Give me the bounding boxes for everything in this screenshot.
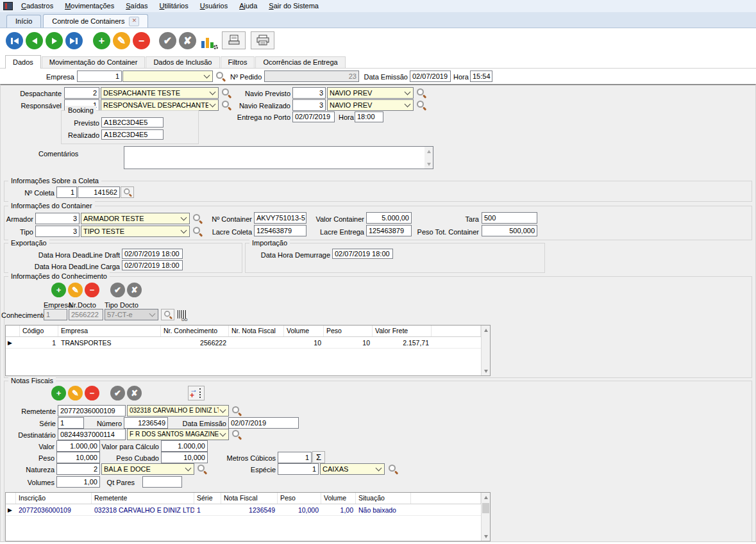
comentarios-scrollbar[interactable] — [424, 147, 433, 169]
col-volume[interactable]: Volume — [321, 493, 356, 504]
notas-grid-scrollbar[interactable] — [481, 493, 490, 541]
scroll-up-icon[interactable] — [482, 493, 490, 502]
tab-filtros[interactable]: Filtros — [221, 56, 255, 68]
menu-movimentacoes[interactable]: Movimentações — [59, 0, 120, 12]
valor-field[interactable]: 1.000,00 — [56, 440, 100, 452]
booking-previsto-field[interactable]: A1B2C3D4E5 — [101, 117, 164, 128]
data-emissao-field[interactable]: 02/07/2019 — [410, 70, 451, 82]
coleta-search-button[interactable] — [121, 186, 134, 198]
notas-cancel-button[interactable]: ✘ — [127, 386, 142, 400]
tab-dados-de-inclusao[interactable]: Dados de Inclusão — [146, 56, 219, 68]
delete-button[interactable]: − — [133, 32, 150, 49]
confirm-button[interactable]: ✔ — [159, 32, 176, 49]
despachante-combo[interactable]: DESPACHANTE TESTE — [101, 87, 219, 99]
empresa-combo[interactable] — [122, 70, 213, 82]
metros-cubicos-field[interactable]: 1 — [278, 452, 312, 463]
tara-field[interactable]: 500 — [482, 212, 537, 224]
col-volume[interactable]: Volume — [284, 326, 324, 336]
despachante-code-field[interactable]: 2 — [64, 87, 99, 99]
col-nr-conhecimento[interactable]: Nr. Conhecimento — [161, 326, 229, 336]
close-tab-icon[interactable]: ✕ — [129, 17, 139, 26]
hora-field[interactable]: 15:54 — [470, 70, 492, 82]
entrega-hora-field[interactable]: 18:00 — [355, 111, 383, 122]
notas-edit-button[interactable]: ✎ — [68, 386, 83, 400]
natureza-search-icon[interactable] — [197, 464, 207, 474]
print-button[interactable] — [251, 31, 274, 49]
last-record-button[interactable] — [65, 32, 83, 49]
lacre-entrega-field[interactable]: 125463879 — [366, 225, 412, 236]
sigma-button[interactable]: Σ — [312, 451, 325, 463]
responsavel-search-icon[interactable] — [221, 100, 231, 110]
menu-cadastros[interactable]: Cadastros — [15, 0, 59, 12]
deadline-draft-field[interactable]: 02/07/2019 18:00 — [122, 249, 183, 259]
notas-add-button[interactable]: + — [51, 386, 66, 400]
demurrage-field[interactable]: 02/07/2019 18:00 — [332, 249, 393, 259]
tipo-code-field[interactable]: 3 — [35, 226, 80, 237]
natureza-code-field[interactable]: 2 — [56, 463, 100, 475]
navio-previsto-combo[interactable]: NAVIO PREV — [327, 87, 414, 99]
conhecimento-grid-scrollbar[interactable] — [481, 326, 490, 375]
col-nr-nota-fiscal[interactable]: Nr. Nota Fiscal — [229, 326, 284, 336]
booking-realizado-field[interactable]: A1B2C3D4E5 — [101, 129, 164, 140]
conhecimento-search-button[interactable] — [161, 309, 174, 320]
navio-previsto-search-icon[interactable] — [416, 88, 426, 98]
scroll-up-icon[interactable] — [424, 147, 433, 156]
destinatario-combo[interactable]: F R DOS SANTOS MAGAZINE - COSMOPC — [127, 429, 229, 440]
comentarios-textarea[interactable] — [124, 146, 433, 169]
qt-pares-field[interactable] — [142, 476, 182, 488]
print-preview-button[interactable] — [222, 31, 246, 49]
empresa-code-field[interactable]: 1 — [77, 70, 122, 82]
navio-previsto-code-field[interactable]: 3 — [292, 87, 326, 99]
scroll-down-icon[interactable] — [482, 532, 490, 541]
remetente-search-icon[interactable] — [231, 406, 242, 416]
valor-calculo-field[interactable]: 1.000,00 — [161, 440, 208, 452]
notas-confirm-button[interactable]: ✔ — [110, 386, 125, 400]
conhecimento-delete-button[interactable]: − — [85, 283, 99, 297]
first-record-button[interactable] — [6, 32, 23, 49]
conhecimento-edit-button[interactable]: ✎ — [68, 283, 83, 297]
n-container-field[interactable]: AKVY751013-5 — [254, 212, 307, 224]
menu-saidas[interactable]: Saídas — [120, 0, 153, 12]
tab-ocorrencias-de-entrega[interactable]: Ocorrências de Entrega — [255, 56, 345, 68]
conhecimento-confirm-button[interactable]: ✔ — [110, 283, 125, 297]
especie-code-field[interactable]: 1 — [278, 463, 319, 475]
add-button[interactable]: + — [93, 32, 110, 49]
table-row[interactable]: ▶ 20772036000109 032318 CARVALHO E DINIZ… — [6, 504, 481, 516]
nota-emissao-field[interactable]: 02/07/2019 — [228, 417, 299, 429]
col-situacao[interactable]: Situação — [356, 493, 411, 504]
destinatario-code-field[interactable]: 08244937000114 — [58, 429, 126, 440]
responsavel-combo[interactable]: RESPONSÁVEL DESPACHANTE — [101, 99, 219, 111]
natureza-combo[interactable]: BALA E DOCE — [101, 463, 194, 475]
valor-container-field[interactable]: 5.000,00 — [366, 212, 412, 224]
next-record-button[interactable] — [46, 32, 63, 49]
deadline-carga-field[interactable]: 02/07/2019 18:00 — [122, 260, 183, 270]
tab-movimentacao-do-container[interactable]: Movimentação do Container — [42, 56, 146, 68]
menu-sair[interactable]: Sair do Sistema — [263, 0, 324, 12]
peso-field[interactable]: 10,000 — [56, 452, 100, 463]
scroll-down-icon[interactable] — [482, 367, 490, 375]
tab-dados[interactable]: Dados — [5, 55, 41, 69]
peso-cubado-field[interactable]: 10,000 — [161, 452, 208, 463]
navio-realizado-combo[interactable]: NAVIO PREV — [327, 99, 414, 111]
col-serie[interactable]: Série — [194, 493, 221, 504]
despachante-search-icon[interactable] — [221, 88, 231, 98]
col-valor-frete[interactable]: Valor Frete — [373, 326, 432, 336]
armador-code-field[interactable]: 3 — [35, 213, 80, 224]
especie-combo[interactable]: CAIXAS — [320, 463, 385, 475]
lacre-coleta-field[interactable]: 125463879 — [254, 225, 307, 236]
menu-ajuda[interactable]: Ajuda — [233, 0, 263, 12]
volumes-field[interactable]: 1,00 — [56, 476, 100, 488]
numero-field[interactable]: 1236549 — [124, 417, 168, 429]
conhecimento-cancel-button[interactable]: ✘ — [127, 283, 142, 297]
col-inscricao[interactable]: Inscrição — [16, 493, 92, 504]
navio-realizado-search-icon[interactable] — [416, 100, 426, 110]
tipo-combo[interactable]: TIPO TESTE — [81, 226, 190, 237]
remetente-combo[interactable]: 032318 CARVALHO E DINIZ LTDA ME — [127, 405, 229, 416]
armador-combo[interactable]: ARMADOR TESTE — [81, 213, 190, 224]
scrollbar-thumb[interactable] — [482, 503, 489, 513]
col-peso[interactable]: Peso — [278, 493, 321, 504]
conhecimento-add-button[interactable]: + — [51, 283, 66, 297]
navio-realizado-code-field[interactable]: 3 — [292, 99, 326, 111]
n-coleta-seq-field[interactable]: 1 — [56, 186, 77, 198]
entrega-porto-data-field[interactable]: 02/07/2019 — [292, 111, 335, 122]
